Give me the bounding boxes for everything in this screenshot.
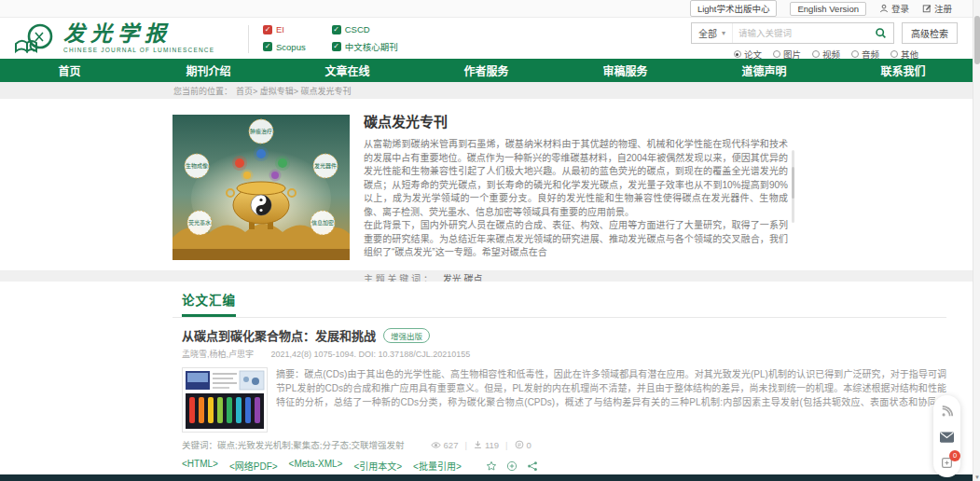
breadcrumb: 您当前的位置： 首页> 虚拟专辑> 碳点发光专刊 (0, 82, 973, 99)
journal-logo-icon (13, 21, 56, 55)
special-issue-section: 肿瘤治疗 生物成像 发光器件 荧光墨水 信息加密 碳点发光专刊 从富勒烯到碳纳米… (0, 99, 973, 270)
rss-button[interactable] (941, 405, 954, 418)
journal-title-cn: 发光学报 (63, 23, 214, 46)
check-icon (263, 25, 272, 34)
check-icon (332, 25, 341, 34)
link-meta-xml[interactable]: <Meta-XML> (289, 459, 343, 473)
link-batch-cite[interactable]: <批量引用> (413, 459, 462, 473)
search-box: 全部 ▾ (691, 22, 894, 44)
chevron-down-icon: ▾ (722, 29, 725, 37)
article-meta: 孟晓雪,杨柏,卢思宇 2021,42(8) 1075-1094. DOI: 10… (182, 348, 946, 360)
favorite-button[interactable] (486, 460, 497, 472)
article-links: <HTML> <网络PDF> <Meta-XML> <引用本文> <批量引用> (182, 459, 462, 473)
footer-edge (0, 474, 973, 481)
tab-divider (173, 317, 946, 318)
article-actions (486, 460, 538, 472)
special-issue-text: 碳点发光专刊 从富勒烯到碳纳米管再到石墨烯，碳基纳米材料由于其优越的物理、机械和… (364, 111, 788, 285)
register-link[interactable]: 注册 (922, 2, 952, 15)
register-icon (922, 4, 932, 13)
radio-icon (773, 50, 780, 58)
nav-journal-intro[interactable]: 期刊介绍 (139, 59, 278, 82)
papers-section: 论文汇编 从碳点到碳化聚合物点：发展和挑战 增强出版 孟晓雪,杨柏,卢思宇 20… (0, 282, 973, 481)
article-thumbnail[interactable] (182, 367, 268, 433)
nav-contact-us[interactable]: 联系我们 (834, 59, 973, 82)
article-title[interactable]: 从碳点到碳化聚合物点：发展和挑战 (182, 326, 376, 344)
light-center-button[interactable]: Light学术出版中心 (690, 0, 778, 17)
share-button[interactable] (527, 460, 538, 472)
search-button[interactable] (868, 27, 893, 39)
nav-ethics-statement[interactable]: 道德声明 (695, 59, 834, 82)
citations-stat: 0 (515, 440, 531, 450)
download-icon (474, 440, 482, 449)
nav-author-services[interactable]: 作者服务 (417, 59, 556, 82)
special-issue-paragraph-2: 在此背景下，国内外研究人员在碳点的合成、表征、构效、应用等方面进行了大量研究，取… (364, 219, 788, 260)
article-source: 2021,42(8) 1075-1094. DOI: 10.37188/CJL.… (271, 350, 471, 359)
advanced-search-button[interactable]: 高级检索 (902, 22, 958, 44)
views-stat: 627 (431, 440, 459, 450)
special-issue-title: 碳点发光专刊 (364, 111, 788, 131)
link-cite-this[interactable]: <引用本文> (353, 459, 402, 473)
nav-home[interactable]: 首页 (0, 59, 139, 82)
banner-tag: 发光器件 (314, 162, 337, 170)
text-scrollbar[interactable] (792, 150, 794, 223)
journal-title-en: CHINESE JOURNAL OF LUMINESCENCE (63, 47, 214, 53)
scrollbar-down-arrow[interactable]: ▼ (973, 474, 980, 480)
journal-logo[interactable]: 发光学报 CHINESE JOURNAL OF LUMINESCENCE (13, 21, 214, 55)
article-keywords: 关键词：碳点;光致发光机制;聚集态;分子态;交联增强发射 (182, 438, 405, 451)
email-alert-button[interactable] (940, 432, 954, 443)
banner-tag: 荧光墨水 (188, 219, 211, 227)
index-badges: EI CSCD Scopus 中文核心期刊 (263, 24, 398, 53)
header-divider (248, 25, 249, 53)
collection-button[interactable]: 0 (941, 457, 953, 469)
add-button[interactable] (506, 460, 518, 472)
check-icon (332, 42, 341, 51)
downloads-stat: 119 (474, 440, 499, 450)
radio-icon (851, 50, 859, 58)
radio-icon (890, 50, 898, 58)
top-utility-bar: Light学术出版中心 English Version 登录 注册 (0, 0, 973, 18)
link-web-pdf[interactable]: <网络PDF> (229, 459, 278, 473)
plus-circle-icon (506, 460, 518, 472)
mail-icon (940, 432, 954, 443)
banner-tag: 生物成像 (186, 162, 208, 170)
badge-core-journal: 中文核心期刊 (332, 40, 398, 53)
breadcrumb-label: 您当前的位置： (173, 85, 232, 97)
nav-review-services[interactable]: 审稿服务 (556, 59, 695, 82)
radio-icon (734, 50, 741, 58)
nav-articles-online[interactable]: 文章在线 (278, 59, 417, 82)
search-input[interactable] (733, 28, 868, 38)
star-icon (486, 460, 497, 472)
search-scope-select[interactable]: 全部 ▾ (692, 23, 733, 43)
radio-icon (812, 50, 820, 58)
cite-icon (515, 440, 524, 449)
article-item-1: 从碳点到碳化聚合物点：发展和挑战 增强出版 孟晓雪,杨柏,卢思宇 2021,42… (182, 326, 946, 481)
badge-scopus: Scopus (263, 40, 306, 53)
login-link[interactable]: 登录 (879, 2, 909, 15)
eye-icon (431, 441, 441, 449)
article-authors: 孟晓雪,杨柏,卢思宇 (182, 350, 254, 359)
check-icon (263, 42, 272, 51)
banner-tag: 肿瘤治疗 (250, 128, 272, 135)
header: 发光学报 CHINESE JOURNAL OF LUMINESCENCE EI … (0, 18, 973, 59)
article-abstract: 摘要：碳点(CDs)由于其出色的光学性能、高生物相容性和低毒性，因此在许多领域都… (276, 367, 946, 409)
article-stats: 627 | 119 | 0 (431, 440, 531, 450)
tab-paper-collection[interactable]: 论文汇编 (182, 290, 236, 317)
enhanced-publication-badge: 增强出版 (383, 328, 430, 343)
search-area: 全部 ▾ 高级检索 论文 图片 视频 音频 其他 (691, 22, 958, 61)
english-version-button[interactable]: English Version (790, 2, 865, 16)
page-scrollbar: ▼ (973, 0, 980, 481)
special-issue-paragraph-1: 从富勒烯到碳纳米管再到石墨烯，碳基纳米材料由于其优越的物理、机械和化学性能在现代… (364, 138, 788, 219)
link-html[interactable]: <HTML> (182, 459, 218, 473)
banner-tag: 信息加密 (311, 219, 334, 227)
scrollbar-thumb[interactable] (974, 16, 980, 64)
user-icon (879, 4, 889, 13)
badge-cscd: CSCD (332, 24, 398, 34)
badge-ei: EI (263, 24, 306, 34)
notification-badge: 0 (949, 450, 960, 461)
share-icon (527, 460, 538, 472)
special-issue-banner-image[interactable]: 肿瘤治疗 生物成像 发光器件 荧光墨水 信息加密 (173, 115, 350, 260)
rss-icon (941, 405, 954, 418)
breadcrumb-path[interactable]: 首页> 虚拟专辑> 碳点发光专刊 (236, 85, 352, 97)
main-nav: 首页 期刊介绍 文章在线 作者服务 审稿服务 道德声明 联系我们 (0, 59, 973, 82)
search-icon (875, 27, 887, 39)
